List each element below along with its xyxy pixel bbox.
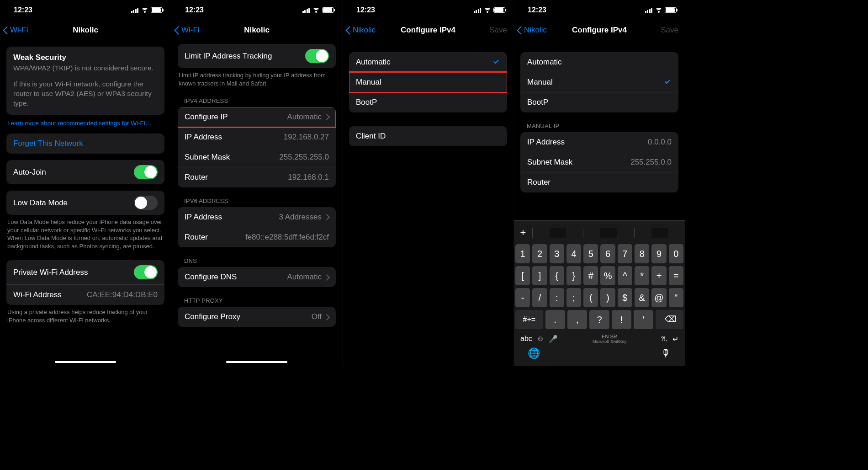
auto-join-label: Auto-Join [13,168,46,177]
option-manual[interactable]: Manual [520,72,678,92]
auto-join-row[interactable]: Auto-Join [6,160,164,184]
ip-address-input[interactable] [565,138,672,147]
router-input[interactable] [550,178,672,187]
keyboard-dictation-icon[interactable]: 🎙 [661,347,671,359]
client-id-row[interactable]: Client ID [349,126,507,146]
private-wifi-row[interactable]: Private Wi-Fi Address [6,260,164,285]
key-period[interactable]: . [545,310,565,329]
key-char[interactable]: 4 [566,244,581,263]
key-char[interactable]: 8 [635,244,649,263]
keyboard-suggestion-bar[interactable]: + [514,223,685,243]
option-bootp[interactable]: BootP [520,92,678,112]
option-automatic[interactable]: Automatic [349,52,507,72]
key-char[interactable]: 9 [651,244,666,263]
configure-dns-row[interactable]: Configure DNS Automatic [178,267,336,287]
back-button[interactable]: Nikolic [517,26,547,35]
key-char[interactable]: = [669,266,683,285]
option-bootp[interactable]: BootP [349,92,507,112]
key-return[interactable]: ↵ [672,335,678,343]
wifi-address-value: CA:EE:94:D4:DB:E0 [87,290,158,299]
client-id-label: Client ID [356,132,386,141]
option-manual-label: Manual [356,78,381,87]
screen-wifi-ipconfig: 12:23 Wi-Fi Nikolic Limit IP Address Tra… [171,0,343,366]
key-char[interactable]: 0 [669,244,683,263]
option-bootp-label: BootP [527,98,548,107]
subnet-mask-row[interactable]: Subnet Mask [520,152,678,172]
back-button[interactable]: Wi-Fi [3,26,28,35]
key-char[interactable]: 1 [515,244,530,263]
router-label: Router [185,173,208,182]
key-exclaim[interactable]: ! [612,310,631,329]
subnet-mask-input[interactable] [572,158,672,167]
option-automatic[interactable]: Automatic [520,52,678,72]
key-emoji[interactable]: ☺ [537,335,544,343]
ip-address-row[interactable]: IP Address [520,132,678,152]
configure-ip-row[interactable]: Configure IP Automatic [178,107,336,127]
limit-tracking-toggle[interactable] [305,49,329,63]
key-char[interactable]: 2 [532,244,547,263]
key-char[interactable]: " [669,288,683,307]
auto-join-toggle[interactable] [134,165,158,179]
key-char[interactable]: / [532,288,547,307]
keyboard-suggestion-1[interactable] [532,228,583,238]
forget-network-button[interactable]: Forget This Network [6,134,164,154]
private-wifi-toggle[interactable] [134,265,158,279]
key-char[interactable]: # [583,266,598,285]
keyboard[interactable]: + 1234567890 []{}#%^*+= -/:;()$&@" #+= .… [514,220,685,366]
key-char[interactable]: - [515,288,530,307]
key-char[interactable]: ) [600,288,615,307]
option-manual[interactable]: Manual [349,72,507,92]
key-char[interactable]: [ [515,266,530,285]
key-char[interactable]: % [600,266,615,285]
back-label: Nikolic [524,26,547,35]
limit-tracking-row[interactable]: Limit IP Address Tracking [178,44,336,68]
configure-proxy-row[interactable]: Configure Proxy Off [178,307,336,327]
key-char[interactable]: ^ [618,266,632,285]
back-button[interactable]: Nikolic [345,26,376,35]
configure-dns-value: Automatic [287,272,322,282]
ipv6-address-row[interactable]: IP Address 3 Addresses [178,207,336,227]
key-char[interactable]: + [651,266,666,285]
key-char[interactable]: @ [651,288,666,307]
low-data-mode-toggle[interactable] [134,196,158,210]
key-backspace[interactable] [656,310,683,329]
key-char[interactable]: 7 [618,244,632,263]
key-punct-shortcut[interactable]: ?!, [661,336,667,342]
key-char[interactable]: } [566,266,581,285]
key-char[interactable]: 6 [600,244,615,263]
content-scroll[interactable]: Automatic Manual BootP Client ID [343,40,513,366]
content-scroll[interactable]: Automatic Manual BootP MANUAL IP IP Addr… [514,40,685,220]
key-apostrophe[interactable]: ' [634,310,653,329]
key-char[interactable]: { [550,266,564,285]
ipv6-router-row: Router fe80::e288:5dff:fe6d:f2cf [178,227,336,247]
key-char[interactable]: & [635,288,649,307]
keyboard-suggestion-3[interactable] [634,228,685,238]
key-char[interactable]: ; [566,288,581,307]
key-shift[interactable]: #+= [515,310,543,329]
key-abc[interactable]: abc [520,335,532,343]
chevron-right-icon [325,274,329,280]
key-comma[interactable]: , [567,310,587,329]
key-char[interactable]: : [550,288,564,307]
key-char[interactable]: 5 [583,244,598,263]
keyboard-globe-icon[interactable]: 🌐 [528,347,540,359]
keyboard-suggestion-2[interactable] [583,228,634,238]
key-char[interactable]: * [635,266,649,285]
key-mic[interactable]: 🎤 [549,335,558,343]
home-indicator[interactable] [55,361,116,363]
content-scroll[interactable]: Limit IP Address Tracking Limit IP addre… [171,40,342,366]
key-char[interactable]: ( [583,288,598,307]
key-question[interactable]: ? [589,310,609,329]
key-char[interactable]: 3 [550,244,564,263]
back-button[interactable]: Wi-Fi [174,26,200,35]
home-indicator[interactable] [226,361,287,363]
key-char[interactable]: $ [618,288,632,307]
low-data-mode-row[interactable]: Low Data Mode [6,191,164,215]
keyboard-plus-button[interactable]: + [514,227,532,239]
chevron-back-icon [345,26,351,35]
learn-more-link[interactable]: Learn more about recommended settings fo… [7,119,164,128]
status-bar: 12:23 [514,0,685,20]
router-row[interactable]: Router [520,172,678,192]
key-char[interactable]: ] [532,266,547,285]
content-scroll[interactable]: Weak Security WPA/WPA2 (TKIP) is not con… [0,40,171,366]
